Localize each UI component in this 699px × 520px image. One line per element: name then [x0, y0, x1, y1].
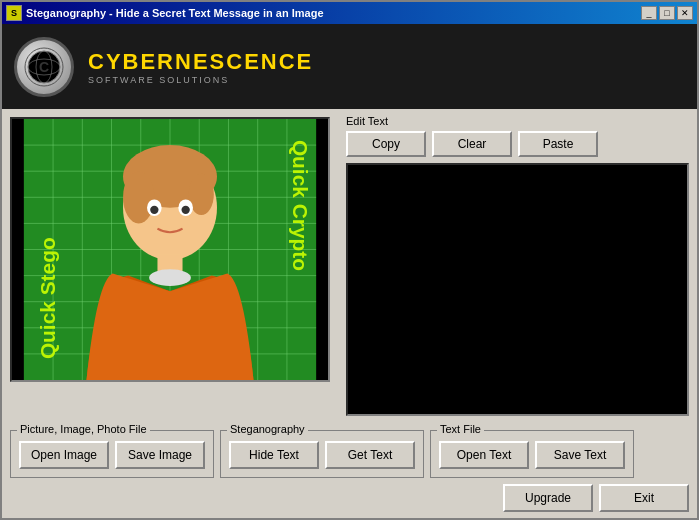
close-button[interactable]: ✕: [677, 6, 693, 20]
exit-button[interactable]: Exit: [599, 484, 689, 512]
header: C CYBERNESCENCE SOFTWARE SOLUTIONS: [2, 24, 697, 109]
bottom-bar: Picture, Image, Photo File Open Image Sa…: [2, 424, 697, 518]
upgrade-button[interactable]: Upgrade: [503, 484, 593, 512]
minimize-button[interactable]: _: [641, 6, 657, 20]
text-group-buttons: Open Text Save Text: [439, 441, 625, 469]
svg-point-34: [149, 269, 191, 286]
image-group-label: Picture, Image, Photo File: [17, 423, 150, 435]
logo-main-text: CYBERNESCENCE: [88, 49, 313, 75]
text-group: Text File Open Text Save Text: [430, 430, 634, 478]
stego-group-buttons: Hide Text Get Text: [229, 441, 415, 469]
image-group-buttons: Open Image Save Image: [19, 441, 205, 469]
paste-button[interactable]: Paste: [518, 131, 598, 157]
svg-text:Quick Crypto: Quick Crypto: [289, 140, 312, 271]
title-bar-controls: _ □ ✕: [641, 6, 693, 20]
image-group: Picture, Image, Photo File Open Image Sa…: [10, 430, 214, 478]
image-frame: Quick Stego Quick Crypto: [10, 117, 330, 382]
right-panel: Edit Text Copy Clear Paste: [342, 109, 697, 424]
hide-text-button[interactable]: Hide Text: [229, 441, 319, 469]
svg-point-27: [123, 171, 154, 223]
bottom-right-row: Upgrade Exit: [10, 484, 689, 512]
title-bar-left: S Steganography - Hide a Secret Text Mes…: [6, 5, 324, 21]
title-bar: S Steganography - Hide a Secret Text Mes…: [2, 2, 697, 24]
save-text-button[interactable]: Save Text: [535, 441, 625, 469]
svg-text:C: C: [39, 59, 49, 75]
stego-group: Steganography Hide Text Get Text: [220, 430, 424, 478]
stego-group-label: Steganography: [227, 423, 308, 435]
save-image-button[interactable]: Save Image: [115, 441, 205, 469]
bottom-groups: Picture, Image, Photo File Open Image Sa…: [10, 430, 689, 478]
open-image-button[interactable]: Open Image: [19, 441, 109, 469]
copy-button[interactable]: Copy: [346, 131, 426, 157]
svg-point-32: [181, 206, 189, 214]
svg-point-31: [150, 206, 158, 214]
logo-sub-text: SOFTWARE SOLUTIONS: [88, 75, 313, 85]
edit-text-label: Edit Text: [346, 115, 689, 127]
app-icon: S: [6, 5, 22, 21]
left-panel: Quick Stego Quick Crypto: [2, 109, 342, 424]
svg-text:Quick Stego: Quick Stego: [36, 237, 59, 359]
get-text-button[interactable]: Get Text: [325, 441, 415, 469]
maximize-button[interactable]: □: [659, 6, 675, 20]
logo-circle: C: [14, 37, 74, 97]
edit-toolbar: Copy Clear Paste: [346, 131, 689, 157]
text-editor[interactable]: [346, 163, 689, 416]
open-text-button[interactable]: Open Text: [439, 441, 529, 469]
window-title: Steganography - Hide a Secret Text Messa…: [26, 7, 324, 19]
main-window: S Steganography - Hide a Secret Text Mes…: [0, 0, 699, 520]
clear-button[interactable]: Clear: [432, 131, 512, 157]
text-group-label: Text File: [437, 423, 484, 435]
logo-text: CYBERNESCENCE SOFTWARE SOLUTIONS: [88, 49, 313, 85]
main-content: Quick Stego Quick Crypto Edit Text Copy …: [2, 109, 697, 424]
